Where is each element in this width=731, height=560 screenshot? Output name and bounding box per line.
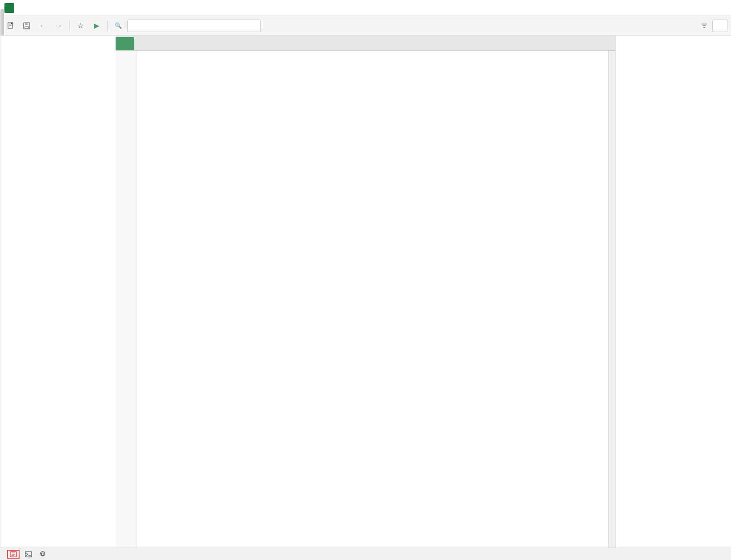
toolbar-separator-1 [69, 20, 70, 31]
tab-index-vue[interactable] [116, 37, 134, 50]
code-content [137, 51, 608, 548]
outline-toggle-button[interactable] [7, 550, 20, 559]
outline-panel [0, 36, 116, 548]
maximize-button[interactable] [708, 4, 715, 12]
scroll-gutter[interactable] [608, 51, 615, 548]
toolbar-separator-2 [107, 20, 108, 31]
bookmark-button[interactable]: ☆ [73, 19, 88, 33]
forward-button[interactable]: → [52, 19, 66, 33]
right-outline-panel [615, 36, 731, 548]
toolbar: ← → ☆ ▶ 🔍 [0, 16, 731, 36]
preview-button[interactable] [712, 20, 727, 32]
new-file-button[interactable] [4, 19, 18, 33]
minimize-button[interactable] [696, 4, 703, 12]
back-button[interactable]: ← [36, 19, 50, 33]
line-numbers [116, 51, 137, 548]
svg-point-16 [41, 553, 44, 556]
search-file-icon: 🔍 [111, 19, 125, 33]
settings-button[interactable] [37, 549, 48, 560]
title-bar [0, 0, 731, 16]
save-button[interactable] [20, 19, 34, 33]
svg-rect-5 [25, 23, 28, 25]
terminal-button[interactable] [23, 549, 34, 560]
app-logo [4, 3, 14, 13]
file-search-input[interactable] [127, 20, 261, 32]
editor-area [116, 36, 615, 548]
main-layout [0, 36, 731, 548]
run-button[interactable]: ▶ [89, 19, 104, 33]
close-button[interactable] [719, 4, 727, 12]
code-editor[interactable] [116, 51, 615, 548]
svg-rect-6 [25, 26, 28, 28]
status-bar [0, 548, 731, 560]
tab-bar [116, 36, 615, 51]
filter-button[interactable] [698, 20, 711, 32]
status-left [4, 549, 48, 560]
window-controls [696, 4, 727, 12]
